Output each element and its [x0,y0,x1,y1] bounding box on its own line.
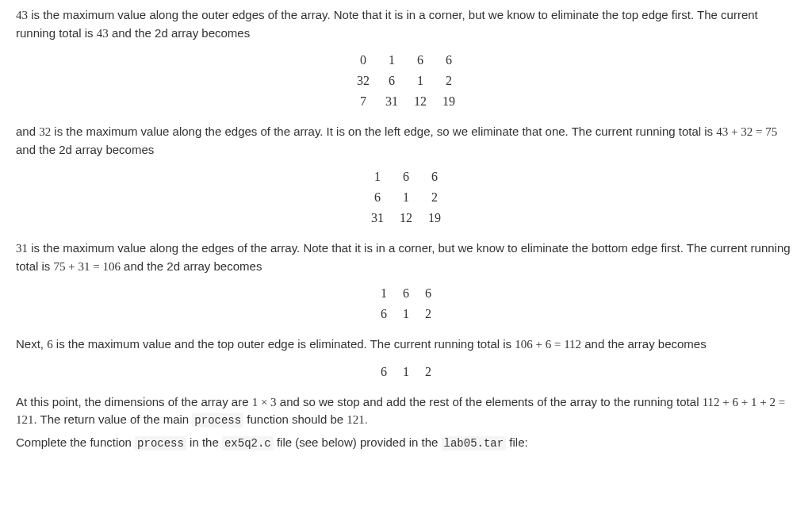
code-process2: process [135,436,186,451]
matrix-cell: 12 [406,91,435,112]
matrix-cell: 19 [435,91,463,112]
text: function should be [243,412,347,426]
text: Next, [16,337,47,351]
matrix-cell: 6 [363,187,392,208]
matrix-row: 166 [373,283,439,304]
expr-75: 43 + 32 = 75 [716,125,777,138]
matrix-cell: 0 [349,50,377,71]
matrix-cell: 1 [377,50,406,71]
value-31: 31 [16,242,28,255]
paragraph-4: Next, 6 is the maximum value and the top… [16,336,796,354]
text: and the 2d array becomes [16,143,154,156]
paragraph-3: 31 is the maximum value along the edges … [16,240,796,275]
code-ex5q2: ex5q2.c [222,436,274,451]
text: in the [186,435,222,449]
text: and [16,125,39,138]
matrix-cell: 2 [417,362,439,382]
matrix-cell: 31 [377,91,406,112]
matrix-cell: 7 [349,91,377,112]
matrix-row: 166 [363,167,449,187]
matrix-cell: 6 [392,167,420,187]
matrix-2: 166612311219 [363,167,449,228]
text: and so we stop and add the rest of the e… [277,395,703,408]
value-32: 32 [39,125,51,138]
matrix-cell: 1 [363,167,392,187]
dim-1x3: 1 × 3 [252,396,277,408]
matrix-cell: 6 [377,71,406,91]
matrix-row: 612 [363,187,449,208]
text: At this point, the dimensions of the arr… [16,395,252,408]
matrix-cell: 19 [420,208,449,228]
paragraph-2: and 32 is the maximum value along the ed… [16,123,796,159]
matrix-cell: 1 [373,283,395,304]
matrix-cell: 1 [395,304,417,324]
value-6: 6 [47,338,53,351]
matrix-cell: 2 [435,71,463,91]
text: is the maximum value along the edges of … [51,125,716,138]
matrix-row: 32612 [349,71,463,91]
text: . The return value of the main [34,412,193,426]
matrix-row: 0166 [349,50,463,71]
text: is the maximum value and the top outer e… [53,337,515,351]
matrix-cell: 6 [395,283,417,304]
code-process: process [192,413,243,428]
text: file: [506,435,528,449]
matrix-cell: 1 [392,187,420,208]
text: file (see below) provided in the [274,435,442,449]
matrix-cell: 6 [373,304,395,324]
value-121: 121 [347,413,365,426]
matrix-row: 612 [373,362,439,382]
text: and the 2d array becomes [121,259,262,273]
paragraph-6: Complete the function process in the ex5… [16,434,796,452]
value-43b: 43 [97,27,109,40]
matrix-4: 612 [373,362,439,382]
matrix-cell: 6 [417,283,439,304]
matrix-3: 166612 [373,283,439,324]
matrix-cell: 6 [435,50,463,71]
matrix-cell: 31 [363,208,392,228]
paragraph-5: At this point, the dimensions of the arr… [16,393,796,430]
matrix-row: 7311219 [349,91,463,112]
expr-112: 106 + 6 = 112 [515,338,581,351]
paragraph-1: 43 is the maximum value along the outer … [16,6,796,42]
matrix-cell: 1 [395,362,417,382]
matrix-cell: 6 [406,50,435,71]
code-lab05: lab05.tar [442,436,507,451]
matrix-cell: 2 [420,187,449,208]
text: and the array becomes [581,337,707,351]
matrix-cell: 12 [392,208,420,228]
matrix-cell: 6 [420,167,449,187]
text: Complete the function [16,435,135,449]
matrix-cell: 6 [373,362,395,382]
expr-106: 75 + 31 = 106 [54,260,121,273]
matrix-1: 0166326127311219 [349,50,463,112]
text: . [365,412,368,426]
text: and the 2d array becomes [109,26,250,40]
matrix-row: 311219 [363,208,449,228]
matrix-cell: 2 [417,304,439,324]
matrix-cell: 32 [349,71,377,91]
value-43: 43 [16,9,28,21]
matrix-cell: 1 [406,71,435,91]
matrix-row: 612 [373,304,439,324]
